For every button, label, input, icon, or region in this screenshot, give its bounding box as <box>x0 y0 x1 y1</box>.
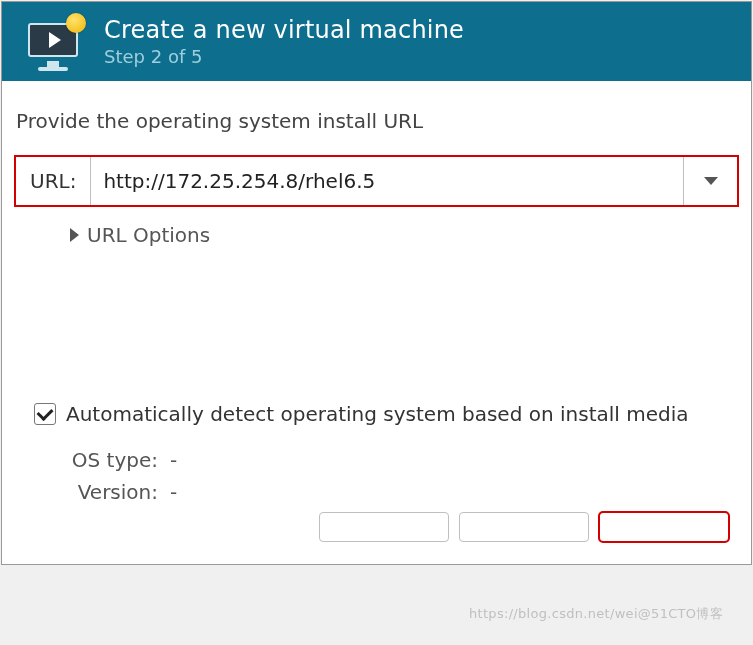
forward-button[interactable] <box>599 512 729 542</box>
os-info: OS type: - Version: - <box>68 448 741 504</box>
new-star-icon <box>66 13 86 33</box>
button-bar <box>12 512 741 546</box>
url-label: URL: <box>16 157 91 205</box>
vm-monitor-icon <box>24 17 82 67</box>
auto-detect-checkbox[interactable] <box>34 403 56 425</box>
os-type-value: - <box>170 448 177 472</box>
dialog-content: Provide the operating system install URL… <box>2 81 751 564</box>
url-options-label: URL Options <box>87 223 210 247</box>
triangle-right-icon <box>70 228 79 242</box>
url-row: URL: <box>14 155 739 207</box>
url-options-expander[interactable]: URL Options <box>70 223 741 247</box>
cancel-button[interactable] <box>319 512 449 542</box>
dialog-window: Create a new virtual machine Step 2 of 5… <box>1 1 752 565</box>
dialog-header: Create a new virtual machine Step 2 of 5 <box>2 2 751 81</box>
version-label: Version: <box>68 480 158 504</box>
header-text: Create a new virtual machine Step 2 of 5 <box>104 16 464 67</box>
chevron-down-icon <box>704 177 718 185</box>
os-type-label: OS type: <box>68 448 158 472</box>
watermark: https://blog.csdn.net/wei@51CTO博客 <box>469 605 723 623</box>
dialog-step: Step 2 of 5 <box>104 46 464 67</box>
url-dropdown-button[interactable] <box>683 157 737 205</box>
instruction-text: Provide the operating system install URL <box>12 109 741 133</box>
auto-detect-label: Automatically detect operating system ba… <box>66 402 689 426</box>
dialog-title: Create a new virtual machine <box>104 16 464 44</box>
auto-detect-row[interactable]: Automatically detect operating system ba… <box>34 402 741 426</box>
back-button[interactable] <box>459 512 589 542</box>
version-value: - <box>170 480 177 504</box>
url-input[interactable] <box>91 157 683 205</box>
spacer <box>12 247 741 402</box>
check-icon <box>37 404 54 421</box>
